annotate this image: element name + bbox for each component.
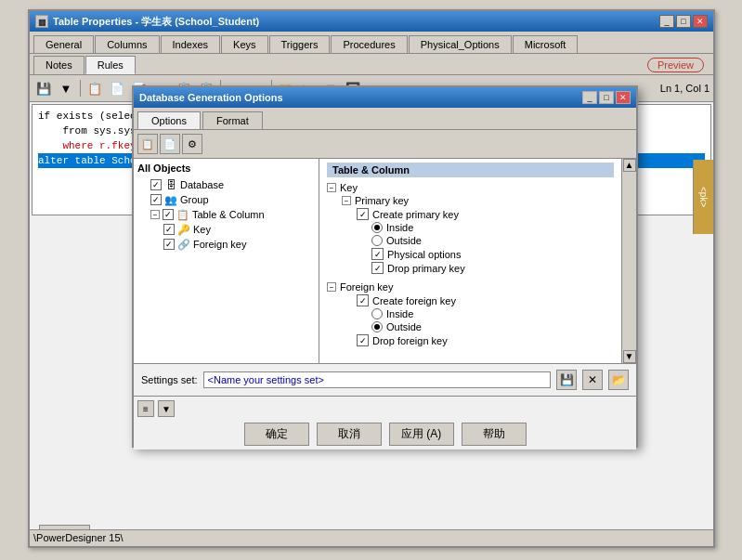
- tree-item-database[interactable]: 🗄 Database: [137, 177, 315, 192]
- settings-input[interactable]: [203, 371, 551, 388]
- tree-label-foreign-key: Foreign key: [193, 239, 246, 250]
- path-bar: \PowerDesigner 15\: [30, 529, 713, 546]
- option-section-key: − Key − Primary key Create primary key: [327, 181, 614, 275]
- tree-item-table-column[interactable]: − 📋 Table & Column: [137, 207, 315, 222]
- dialog-body: All Objects 🗄 Database 👥 Group −: [134, 159, 636, 363]
- options-panel: Table & Column − Key − Primary key Creat…: [319, 159, 621, 363]
- tree-item-key[interactable]: 🔑 Key: [137, 222, 315, 237]
- option-drop-foreign-key[interactable]: Drop foreign key: [327, 333, 614, 347]
- tab-rules[interactable]: Rules: [85, 56, 136, 74]
- apply-button[interactable]: 应用 (A): [389, 423, 454, 446]
- options-header: Table & Column: [327, 163, 614, 177]
- dialog-tab-format[interactable]: Format: [202, 111, 263, 129]
- tree-checkbox-database[interactable]: [150, 179, 162, 190]
- dialog-tab-options[interactable]: Options: [137, 111, 201, 129]
- tree-label-table-column: Table & Column: [192, 209, 265, 220]
- minimize-button[interactable]: _: [659, 15, 674, 28]
- settings-more-btn[interactable]: 📂: [608, 370, 629, 390]
- option-foreign-key-header: − Foreign key: [327, 280, 614, 293]
- option-outside-primary[interactable]: Outside: [327, 234, 614, 247]
- foreign-key-expand-icon[interactable]: −: [327, 282, 336, 292]
- tab-columns[interactable]: Columns: [95, 35, 159, 53]
- dialog-title: Database Generation Options: [139, 92, 283, 103]
- checkbox-drop-primary-key[interactable]: [371, 262, 384, 274]
- tab-notes[interactable]: Notes: [33, 56, 85, 74]
- option-outside-foreign[interactable]: Outside: [327, 320, 614, 333]
- title-bar-left: ▦ Table Properties - 学生表 (School_Student…: [35, 15, 259, 29]
- label-create-foreign-key: Create foreign key: [372, 295, 456, 306]
- option-key-header: − Key: [327, 181, 614, 194]
- key-expand-icon[interactable]: −: [327, 183, 336, 192]
- settings-save-btn[interactable]: 💾: [556, 370, 577, 390]
- options-scrollbar[interactable]: ▲ ▼: [621, 159, 636, 363]
- tree-expand-table-column[interactable]: −: [150, 210, 160, 219]
- dialog-close-button[interactable]: ✕: [616, 91, 631, 104]
- tab-row-1: General Columns Indexes Keys Triggers Pr…: [30, 32, 713, 54]
- option-inside-primary[interactable]: Inside: [327, 221, 614, 234]
- option-create-foreign-key[interactable]: Create foreign key: [327, 293, 614, 307]
- help-button[interactable]: 帮助: [462, 423, 527, 446]
- label-outside-primary: Outside: [386, 235, 422, 246]
- dialog-maximize-button[interactable]: □: [599, 91, 614, 104]
- checkbox-drop-foreign-key[interactable]: [357, 334, 369, 346]
- tab-general[interactable]: General: [33, 35, 94, 53]
- checkbox-physical-options[interactable]: [371, 248, 384, 260]
- dialog-footer: 确定 取消 应用 (A) 帮助: [137, 423, 632, 446]
- dialog-tool-copy-all[interactable]: 📋: [137, 134, 158, 154]
- toolbar-btn-2[interactable]: 📄: [107, 78, 127, 98]
- preview-button[interactable]: Preview: [647, 58, 704, 72]
- radio-outside-foreign[interactable]: [371, 321, 383, 332]
- radio-inside-primary[interactable]: [371, 222, 383, 233]
- checkbox-create-foreign-key[interactable]: [357, 294, 369, 306]
- tree-checkbox-group[interactable]: [150, 194, 162, 205]
- maximize-button[interactable]: □: [676, 15, 691, 28]
- tab-procedures[interactable]: Procedures: [331, 35, 407, 53]
- tab-keys[interactable]: Keys: [221, 35, 267, 53]
- checkbox-create-primary-key[interactable]: [357, 208, 369, 220]
- radio-outside-primary[interactable]: [371, 235, 383, 246]
- scroll-down-button[interactable]: ▼: [623, 350, 636, 363]
- title-bar-controls: _ □ ✕: [659, 15, 708, 28]
- tab-triggers[interactable]: Triggers: [269, 35, 331, 53]
- tree-item-group[interactable]: 👥 Group: [137, 192, 315, 207]
- radio-inside-foreign[interactable]: [371, 308, 383, 319]
- tree-checkbox-table-column[interactable]: [163, 209, 174, 220]
- option-inside-foreign[interactable]: Inside: [327, 307, 614, 320]
- dialog-title-bar: Database Generation Options _ □ ✕: [134, 87, 636, 108]
- cancel-button[interactable]: 取消: [317, 423, 382, 446]
- primary-key-expand-icon[interactable]: −: [342, 196, 351, 205]
- option-physical-options[interactable]: Physical options: [327, 247, 614, 261]
- tree-item-foreign-key[interactable]: 🔗 Foreign key: [137, 237, 315, 252]
- toolbar-dropdown-btn[interactable]: ▼: [56, 78, 76, 98]
- bottom-dropdown-btn[interactable]: ▼: [158, 400, 175, 417]
- window-title: Table Properties - 学生表 (School_Student): [53, 15, 259, 29]
- settings-label: Settings set:: [141, 374, 198, 385]
- tab-indexes[interactable]: Indexes: [161, 35, 221, 53]
- settings-delete-btn[interactable]: ✕: [582, 370, 603, 390]
- bottom-icon-btn[interactable]: ≡: [137, 400, 154, 417]
- toolbar-btn-1[interactable]: 📋: [85, 78, 105, 98]
- dialog-minimize-button[interactable]: _: [582, 91, 597, 104]
- close-button[interactable]: ✕: [693, 15, 708, 28]
- dialog-tool-copy-sel[interactable]: 📄: [160, 134, 180, 154]
- option-create-primary-key[interactable]: Create primary key: [327, 207, 614, 221]
- ok-button[interactable]: 确定: [244, 423, 309, 446]
- scroll-up-button[interactable]: ▲: [623, 159, 636, 172]
- foreign-key-icon: 🔗: [177, 238, 190, 251]
- tab-microsoft[interactable]: Microsoft: [513, 35, 579, 53]
- dialog-tool-settings[interactable]: ⚙: [182, 134, 202, 154]
- dialog-controls: _ □ ✕: [582, 91, 631, 104]
- pk-label: <pk>: [698, 187, 709, 207]
- option-primary-key-label: Primary key: [355, 195, 409, 206]
- tree-checkbox-key[interactable]: [163, 224, 175, 235]
- database-icon: 🗄: [164, 178, 177, 191]
- label-drop-primary-key: Drop primary key: [387, 263, 465, 274]
- option-foreign-key-label: Foreign key: [340, 281, 393, 293]
- tree-checkbox-foreign-key[interactable]: [163, 239, 175, 250]
- option-primary-key-header: − Primary key: [327, 194, 614, 207]
- tree-label-key: Key: [193, 224, 211, 235]
- label-outside-foreign: Outside: [386, 321, 422, 332]
- option-drop-primary-key[interactable]: Drop primary key: [327, 261, 614, 275]
- toolbar-save-btn[interactable]: 💾: [33, 78, 54, 98]
- tab-physical-options[interactable]: Physical_Options: [409, 35, 512, 53]
